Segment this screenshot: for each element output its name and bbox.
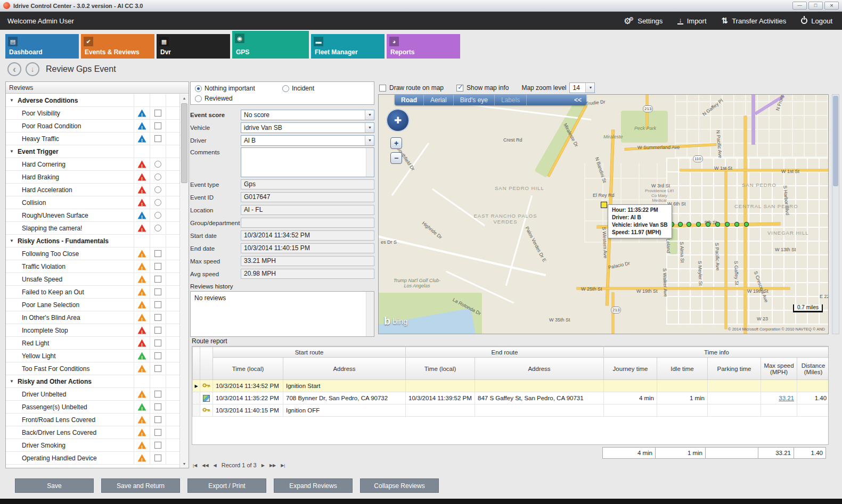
review-radio[interactable] [154, 173, 161, 180]
column-header[interactable]: Time (local) [406, 358, 475, 380]
reviews-history-scrollbar[interactable] [366, 292, 374, 336]
column-group-header[interactable]: End route [406, 347, 604, 358]
review-checkbox[interactable] [154, 416, 161, 423]
column-header[interactable]: Idle time [657, 358, 708, 380]
column-group-header[interactable]: Start route [213, 347, 406, 358]
route-point-marker[interactable] [696, 222, 701, 227]
tab-dvr[interactable]: Dvr [157, 34, 230, 59]
pager-last-icon[interactable]: ▶| [281, 463, 285, 468]
review-checkbox[interactable] [154, 263, 161, 270]
collapse-expander-icon[interactable]: ▼ [6, 149, 18, 154]
settings-menu-item[interactable]: Settings [624, 16, 663, 26]
map-tab-road[interactable]: Road [395, 95, 424, 105]
vehicle-select[interactable]: idrive Van SB [241, 122, 374, 133]
current-position-marker[interactable] [601, 202, 607, 208]
map-canvas[interactable]: Road Aerial Bird's eye Labels << + − Hou… [378, 94, 829, 334]
radio-icon[interactable] [282, 85, 289, 92]
scroll-down-icon[interactable] [180, 460, 189, 468]
max-speed-link[interactable]: 33.21 [779, 395, 794, 401]
collapse-expander-icon[interactable]: ▼ [6, 379, 18, 384]
review-checkbox[interactable] [154, 110, 161, 117]
column-header[interactable]: Parking time [708, 358, 761, 380]
tab-events-reviews[interactable]: Events & Reviews [81, 34, 154, 59]
route-point-marker[interactable] [734, 222, 739, 227]
radio-nothing-important[interactable]: Nothing important [195, 85, 255, 92]
review-checkbox[interactable] [154, 122, 161, 129]
review-category-row[interactable]: ▼Risky and Other Actions [6, 375, 179, 388]
comments-textarea[interactable] [241, 147, 374, 177]
column-header[interactable]: Max speed (MPH) [761, 358, 797, 380]
review-checkbox[interactable] [154, 391, 161, 398]
review-checkbox[interactable] [154, 365, 161, 372]
show-map-info-checkbox[interactable] [456, 85, 463, 92]
tab-reports[interactable]: Reports [387, 34, 460, 59]
review-radio[interactable] [154, 161, 161, 168]
column-header[interactable]: Distance (Miles) [797, 358, 829, 380]
map-zoom-in-button[interactable]: + [390, 137, 402, 149]
map-tab-aerial[interactable]: Aerial [424, 95, 454, 105]
column-header[interactable]: Time (local) [213, 358, 283, 380]
route-table-row[interactable]: 10/3/2014 11:40:15 PMIgnition OFF [193, 404, 829, 417]
reviews-scrollbar[interactable] [179, 94, 189, 468]
review-category-row[interactable]: ▼Risky Actions - Fundamentals [6, 235, 179, 247]
map-collapse-button[interactable]: << [569, 96, 586, 104]
import-menu-item[interactable]: Import [677, 17, 706, 25]
radio-icon[interactable] [195, 95, 202, 102]
review-checkbox[interactable] [154, 314, 161, 321]
collapse-expander-icon[interactable]: ▼ [6, 98, 18, 103]
textarea-scrollbar[interactable] [366, 148, 374, 177]
review-checkbox[interactable] [154, 352, 161, 359]
route-table-row[interactable]: ▶10/3/2014 11:34:52 PMIgnition Start [193, 380, 829, 392]
column-header[interactable]: Journey time [604, 358, 657, 380]
review-checkbox[interactable] [154, 403, 161, 410]
pager-first-icon[interactable]: |◀ [193, 463, 197, 468]
column-header[interactable]: Address [283, 358, 406, 380]
map-compass-control[interactable] [386, 109, 410, 132]
back-button[interactable] [7, 62, 21, 76]
radio-selected-icon[interactable] [195, 85, 202, 92]
close-icon[interactable] [824, 2, 839, 10]
review-checkbox[interactable] [154, 250, 161, 257]
review-checkbox[interactable] [154, 455, 161, 461]
maximize-icon[interactable] [808, 2, 823, 10]
draw-route-checkbox[interactable] [379, 85, 386, 92]
tab-fleet-manager[interactable]: Fleet Manager [311, 34, 385, 59]
review-radio[interactable] [154, 199, 161, 206]
route-point-marker[interactable] [715, 222, 720, 227]
map-vertical-scrollbar[interactable] [832, 94, 839, 334]
review-checkbox[interactable] [154, 442, 161, 449]
transfer-activities-menu-item[interactable]: Transfer Activities [722, 16, 787, 26]
scrollbar-thumb[interactable] [181, 103, 187, 183]
review-checkbox[interactable] [154, 276, 161, 283]
route-point-marker[interactable] [725, 222, 730, 227]
route-point-marker[interactable] [678, 222, 683, 227]
route-point-marker[interactable] [744, 222, 749, 227]
review-checkbox[interactable] [154, 301, 161, 308]
next-event-button[interactable] [26, 62, 39, 76]
driver-select[interactable]: Al B [241, 135, 374, 146]
route-table-row[interactable]: 10/3/2014 11:35:22 PM708 Bynner Dr, San … [193, 392, 829, 404]
minimize-icon[interactable] [792, 2, 807, 10]
scrollbar-thumb[interactable] [833, 96, 838, 186]
column-group-header[interactable]: Time info [604, 347, 829, 358]
event-score-select[interactable]: No score [241, 110, 374, 120]
tab-dashboard[interactable]: Dashboard [5, 34, 79, 59]
review-radio[interactable] [154, 186, 161, 193]
review-checkbox[interactable] [154, 135, 161, 142]
expand-reviews-button[interactable]: Expand Reviews [274, 478, 353, 493]
save-button[interactable]: Save [15, 478, 94, 493]
column-header[interactable]: Address [475, 358, 604, 380]
route-point-marker[interactable] [706, 222, 710, 227]
radio-reviewed[interactable]: Reviewed [195, 95, 233, 102]
review-checkbox[interactable] [154, 429, 161, 436]
pager-prev-page-icon[interactable]: ◀◀ [202, 463, 208, 468]
collapse-reviews-button[interactable]: Collapse Reviews [360, 478, 439, 493]
route-point-marker[interactable] [686, 222, 691, 227]
save-and-return-button[interactable]: Save and Return [101, 478, 180, 493]
review-checkbox[interactable] [154, 288, 161, 295]
pager-next-icon[interactable]: ▶ [261, 463, 265, 468]
review-category-row[interactable]: ▼Event Trigger [6, 145, 179, 158]
review-category-row[interactable]: ▼Adverse Conditions [6, 94, 179, 107]
tab-gps[interactable]: GPS [232, 31, 309, 59]
review-radio[interactable] [154, 225, 161, 232]
